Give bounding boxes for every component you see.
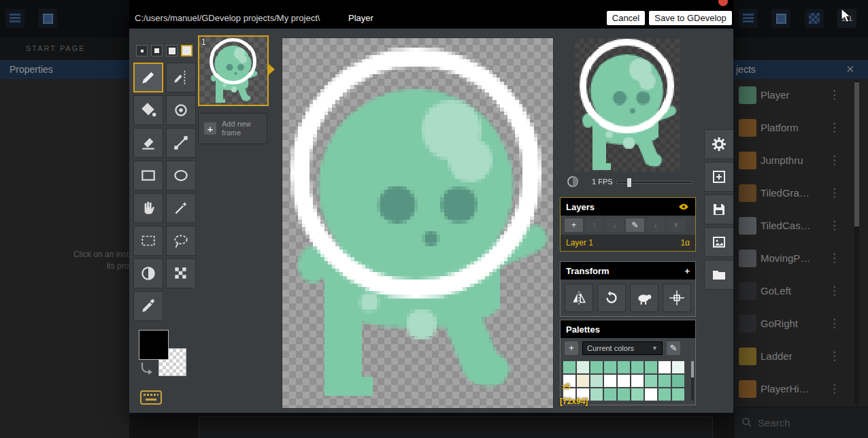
- frame-sprite-canvas: [201, 38, 266, 103]
- palette-swatch[interactable]: [604, 388, 616, 401]
- palette-swatch[interactable]: [631, 388, 644, 401]
- palette-swatch[interactable]: [631, 361, 644, 373]
- onion-skin-button[interactable]: [567, 174, 582, 189]
- clone-tool[interactable]: [630, 284, 658, 312]
- move-tool[interactable]: [133, 193, 163, 223]
- cancel-button[interactable]: Cancel: [607, 11, 645, 25]
- resize-canvas-button[interactable]: [704, 162, 733, 192]
- export-image-button[interactable]: [704, 227, 733, 257]
- lasso-select-tool[interactable]: [166, 226, 196, 256]
- palette-swatch[interactable]: [577, 361, 589, 373]
- palette-swatch[interactable]: [563, 361, 575, 373]
- toggle-layer-visibility-icon[interactable]: [678, 203, 690, 211]
- rotate-icon: [603, 289, 620, 307]
- palette-swatch[interactable]: [672, 375, 684, 387]
- pen-icon: [139, 69, 157, 86]
- palette-select[interactable]: Current colors ▼: [582, 341, 663, 355]
- move-layer-up-button[interactable]: ↑: [585, 218, 603, 232]
- shape-select-tool[interactable]: [166, 193, 196, 223]
- tool-palette: [133, 63, 196, 321]
- colorpicker-tool[interactable]: [133, 291, 163, 321]
- layers-toolbar: + ↑ ↓ ✎ ↓ ×: [561, 216, 695, 235]
- palette-swatch[interactable]: [645, 388, 657, 401]
- dialog-close-button[interactable]: [718, 0, 728, 6]
- add-frame-label: Add new frame: [222, 120, 261, 137]
- rotate-tool[interactable]: [597, 284, 626, 312]
- primary-color-swatch[interactable]: [139, 330, 169, 360]
- palette-swatch[interactable]: [604, 361, 616, 373]
- palette-swatch[interactable]: [604, 375, 616, 387]
- create-palette-button[interactable]: +: [565, 341, 578, 355]
- palette-swatch[interactable]: [658, 388, 671, 401]
- palettes-title: Palettes: [566, 324, 600, 335]
- stroke-tool[interactable]: [166, 128, 196, 158]
- add-frame-button[interactable]: + Add new frame: [198, 113, 267, 144]
- palette-swatch[interactable]: [590, 375, 603, 387]
- palette-swatch[interactable]: [618, 375, 630, 387]
- edit-palette-button[interactable]: ✎: [667, 341, 680, 355]
- dialog-header: C:/users/manuel/GDevelop projects/My pro…: [129, 8, 733, 29]
- mirror-pen-tool[interactable]: [166, 63, 196, 92]
- lighten-tool[interactable]: [133, 258, 163, 288]
- lighten-icon: [139, 265, 157, 282]
- palette-swatch[interactable]: [618, 361, 630, 373]
- rectangle-tool[interactable]: [133, 161, 163, 190]
- layer-name: Layer 1: [566, 238, 593, 248]
- edited-object-name: Player: [348, 13, 373, 23]
- move-layer-down-button[interactable]: ↓: [605, 218, 624, 232]
- palette-swatch[interactable]: [645, 375, 657, 387]
- palette-swatch[interactable]: [672, 361, 684, 373]
- drawing-canvas[interactable]: [283, 48, 552, 399]
- palette-swatch[interactable]: [590, 361, 603, 373]
- swap-colors-arrow[interactable]: [139, 361, 154, 376]
- dither-tool[interactable]: [166, 258, 196, 288]
- palette-swatch[interactable]: [590, 388, 603, 401]
- flip-tool[interactable]: [565, 284, 593, 312]
- save-icon-button[interactable]: [704, 195, 733, 224]
- mouse-cursor: [841, 8, 853, 24]
- palette-swatch[interactable]: [658, 361, 671, 373]
- import-button[interactable]: [704, 260, 733, 290]
- screen: 1:1 START PAGE Properties Click on an in…: [0, 0, 868, 438]
- pen-size-3[interactable]: [166, 45, 178, 56]
- paint-bucket-tool[interactable]: [133, 95, 163, 125]
- circle-tool[interactable]: [166, 161, 196, 190]
- palette-swatch[interactable]: [658, 375, 671, 387]
- frame-thumbnail[interactable]: 1: [198, 35, 269, 106]
- fps-slider[interactable]: [616, 181, 692, 184]
- rectangle-icon: [139, 167, 157, 184]
- piskel-editor-dialog: C:/users/manuel/GDevelop projects/My pro…: [129, 0, 733, 413]
- center-icon: [668, 289, 686, 307]
- colorswap-tool[interactable]: [166, 95, 196, 125]
- rename-layer-button[interactable]: ✎: [626, 218, 644, 232]
- drawing-canvas-area[interactable]: [282, 38, 553, 408]
- pen-size-4[interactable]: [181, 45, 193, 56]
- pen-tool[interactable]: [133, 63, 163, 92]
- delete-layer-button[interactable]: ×: [667, 218, 685, 232]
- settings-button[interactable]: [704, 129, 733, 159]
- palette-swatch[interactable]: [618, 388, 630, 401]
- pen-size-selector: [136, 45, 193, 56]
- palette-scrollbar[interactable]: [691, 361, 694, 401]
- frame-number: 1: [201, 37, 206, 47]
- center-tool[interactable]: [663, 284, 691, 312]
- circle-icon: [172, 167, 190, 184]
- pen-size-2[interactable]: [151, 45, 163, 56]
- palette-swatch[interactable]: [645, 361, 657, 373]
- pen-size-1[interactable]: [136, 45, 148, 56]
- save-to-gdevelop-button[interactable]: Save to GDevelop: [649, 11, 732, 25]
- transform-tools: [561, 280, 695, 316]
- file-path: C:/users/manuel/GDevelop projects/My pro…: [135, 13, 320, 23]
- eraser-tool[interactable]: [133, 128, 163, 158]
- palette-swatch[interactable]: [631, 375, 644, 387]
- rect-select-tool[interactable]: [133, 226, 163, 256]
- palette-swatch[interactable]: [577, 375, 589, 387]
- palette-swatch[interactable]: [672, 388, 684, 401]
- palette-scrollbar-thumb[interactable]: [691, 361, 694, 377]
- layer-list-item[interactable]: Layer 1 1α: [561, 235, 695, 251]
- transform-expand-button[interactable]: +: [684, 266, 690, 276]
- fps-slider-thumb[interactable]: [627, 178, 632, 188]
- add-layer-button[interactable]: +: [565, 218, 583, 232]
- keyboard-shortcuts-button[interactable]: [140, 390, 162, 405]
- merge-layer-button[interactable]: ↓: [646, 218, 665, 232]
